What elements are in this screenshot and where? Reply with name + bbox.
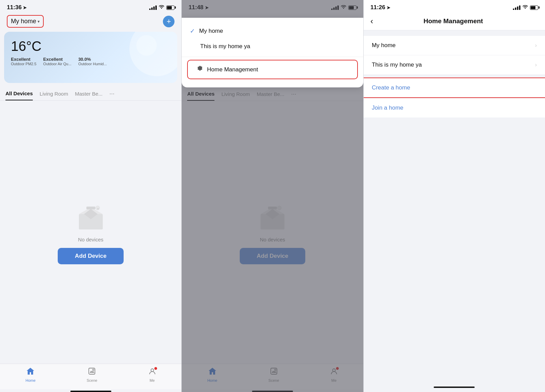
weather-stat-air: Excellent Outdoor Air Qu... xyxy=(43,57,72,66)
scene-nav-icon-p2 xyxy=(270,367,278,377)
nav-me-p2[interactable]: Me xyxy=(330,367,338,382)
tab-living-room[interactable]: Living Room xyxy=(40,87,68,100)
list-divider xyxy=(364,75,545,78)
add-device-button[interactable]: Add Device xyxy=(58,248,124,264)
scene-nav-label: Scene xyxy=(87,378,97,382)
time-panel1: 11:36 ➤ xyxy=(7,4,27,11)
more-rooms-button-p2[interactable]: ··· xyxy=(291,90,296,98)
dropdown-arrow-icon: ▾ xyxy=(38,19,40,24)
nav-home[interactable]: Home xyxy=(26,367,36,382)
home-item-myhome[interactable]: My home › xyxy=(364,36,545,55)
location-arrow-icon2: ➤ xyxy=(205,5,209,10)
me-nav-icon-p2 xyxy=(330,367,338,377)
status-bar-panel3: 11:26 ➤ xyxy=(364,0,545,12)
svg-point-16 xyxy=(333,369,335,372)
add-device-button-p2[interactable]: Add Device xyxy=(240,248,306,264)
empty-box-icon-p2 xyxy=(254,200,291,231)
svg-rect-3 xyxy=(86,207,95,209)
wifi-icon xyxy=(159,5,164,10)
home-nav-icon xyxy=(26,367,34,377)
wifi-icon2 xyxy=(341,5,346,10)
tab-all-devices[interactable]: All Devices xyxy=(5,87,33,100)
tab-all-devices-p2[interactable]: All Devices xyxy=(187,87,214,101)
svg-text:▲: ▲ xyxy=(97,207,99,210)
weather-decoration2 xyxy=(136,35,157,56)
nav-home-p2[interactable]: Home xyxy=(207,367,217,382)
svg-point-13 xyxy=(277,206,281,210)
scene-nav-icon xyxy=(88,367,96,377)
signal-icon2 xyxy=(331,5,339,10)
status-bar-panel1: 11:36 ➤ xyxy=(0,0,181,12)
tab-living-room-p2[interactable]: Living Room xyxy=(221,88,250,100)
time-panel3: 11:26 ➤ xyxy=(371,4,390,11)
svg-rect-14 xyxy=(271,368,277,374)
signal-icon xyxy=(149,5,157,10)
home-management-label: Home Management xyxy=(207,66,258,73)
settings-icon xyxy=(196,65,203,74)
panel3: 11:26 ➤ ‹ Home Management My home › xyxy=(363,0,545,392)
add-button[interactable]: + xyxy=(163,16,174,27)
signal-icon3 xyxy=(513,5,520,10)
time-panel2: 11:48 ➤ xyxy=(188,4,208,11)
location-arrow-icon: ➤ xyxy=(23,5,27,10)
status-icons-panel2 xyxy=(331,5,357,10)
more-rooms-button[interactable]: ··· xyxy=(109,90,114,97)
home-indicator xyxy=(70,391,111,392)
panel2: 11:48 ➤ ✓ My home This is my home y xyxy=(181,0,363,392)
join-home-label: Join a home xyxy=(372,104,404,111)
nav-me[interactable]: Me xyxy=(149,367,156,382)
join-home-button[interactable]: Join a home xyxy=(364,98,545,117)
scene-nav-label-p2: Scene xyxy=(268,378,279,382)
no-devices-area-p2: No devices Add Device xyxy=(182,101,363,364)
svg-point-15 xyxy=(275,369,276,370)
create-home-button[interactable]: Create a home xyxy=(364,78,545,98)
svg-point-8 xyxy=(151,369,154,372)
dropdown-divider xyxy=(182,57,363,57)
status-icons-panel1 xyxy=(149,5,174,10)
battery-icon xyxy=(166,5,174,10)
battery-icon3 xyxy=(530,5,538,10)
dropdown-home-thisis[interactable]: This is my home ya xyxy=(182,39,363,54)
home-indicator-p2 xyxy=(252,391,293,392)
home-indicator-p3 xyxy=(434,387,475,388)
weather-stat-humidity: 30.0% Outdoor Humid... xyxy=(78,57,107,66)
svg-rect-12 xyxy=(268,207,277,209)
nav-scene-p2[interactable]: Scene xyxy=(268,367,279,382)
weather-card: 16°C Excellent Outdoor PM2.5 Excellent O… xyxy=(4,32,177,83)
tab-master-bedroom[interactable]: Master Be... xyxy=(75,87,102,100)
home-nav-label: Home xyxy=(26,378,36,382)
me-nav-label-p2: Me xyxy=(331,378,336,382)
bottom-nav-panel2: Home Scene Me xyxy=(182,364,363,389)
home-item-thisis[interactable]: This is my home ya › xyxy=(364,55,545,75)
svg-point-7 xyxy=(93,369,94,370)
wifi-icon3 xyxy=(522,5,528,10)
location-arrow-icon3: ➤ xyxy=(387,5,390,10)
tab-master-bedroom-p2[interactable]: Master Be... xyxy=(257,88,284,100)
home-name: My home xyxy=(11,18,36,25)
status-icons-panel3 xyxy=(513,5,538,10)
home-management-button[interactable]: Home Management xyxy=(187,60,358,79)
chevron-right-icon: › xyxy=(535,42,537,48)
no-devices-label-p2: No devices xyxy=(260,237,285,242)
back-button[interactable]: ‹ xyxy=(371,16,373,26)
nav-scene[interactable]: Scene xyxy=(87,367,97,382)
me-nav-label: Me xyxy=(150,378,155,382)
chevron-right-icon2: › xyxy=(535,62,537,68)
create-home-label: Create a home xyxy=(372,84,410,91)
home-nav-label-p2: Home xyxy=(207,378,217,382)
panel1: 11:36 ➤ My home ▾ + 16°C Excel xyxy=(0,0,181,392)
check-icon: ✓ xyxy=(190,27,195,35)
no-devices-label: No devices xyxy=(78,237,103,242)
dropdown-home-myhome[interactable]: ✓ My home xyxy=(182,23,363,39)
homes-list: My home › This is my home ya › xyxy=(364,36,545,75)
battery-icon2 xyxy=(348,5,357,10)
me-nav-icon xyxy=(149,367,156,377)
panel3-header: ‹ Home Management xyxy=(364,12,545,30)
home-selector[interactable]: My home ▾ xyxy=(7,15,44,28)
room-tabs: All Devices Living Room Master Be... ··· xyxy=(0,87,181,101)
page-title: Home Management xyxy=(379,17,528,25)
bottom-nav-panel1: Home Scene Me xyxy=(0,364,181,389)
panel1-header: My home ▾ + xyxy=(0,12,181,32)
svg-rect-6 xyxy=(89,368,95,374)
home-dropdown-menu: ✓ My home This is my home ya Home Manage… xyxy=(182,18,363,87)
